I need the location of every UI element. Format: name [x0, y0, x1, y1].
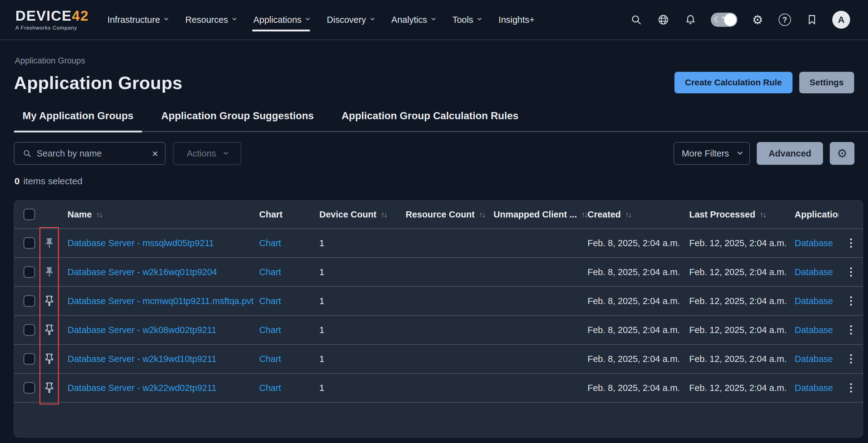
gear-icon: ⚙: [837, 147, 847, 160]
row-menu-kebab-icon[interactable]: [839, 296, 863, 306]
pin-icon[interactable]: [43, 323, 56, 337]
chart-link[interactable]: Chart: [259, 267, 281, 277]
application-link[interactable]: Database: [795, 238, 833, 248]
row-checkbox[interactable]: [24, 295, 35, 307]
application-group-name-link[interactable]: Database Server - w2k08wd02tp9211: [67, 325, 216, 335]
row-checkbox[interactable]: [24, 353, 35, 365]
device-count-value: 1: [319, 354, 406, 364]
tab-my-application-groups[interactable]: My Application Groups: [14, 110, 142, 132]
nav-item-infrastructure[interactable]: Infrastructure: [107, 0, 167, 39]
nav-item-analytics[interactable]: Analytics: [392, 0, 435, 39]
sort-icon[interactable]: ↑↓: [96, 210, 102, 219]
notifications-bell-icon[interactable]: [684, 13, 697, 27]
globe-language-icon[interactable]: [656, 13, 670, 27]
advanced-button[interactable]: Advanced: [757, 142, 823, 165]
chart-link[interactable]: Chart: [259, 354, 281, 364]
brand-name-white: DEVICE: [16, 8, 72, 24]
clear-search-icon[interactable]: ×: [152, 149, 158, 158]
created-value: Feb. 8, 2025, 2:04 a.m.: [588, 354, 689, 364]
row-checkbox[interactable]: [24, 324, 35, 336]
column-header-resource-count[interactable]: Resource Count↑↓: [406, 210, 494, 220]
chart-link[interactable]: Chart: [259, 296, 281, 306]
settings-button[interactable]: Settings: [799, 72, 854, 93]
sort-icon[interactable]: ↑↓: [381, 210, 386, 219]
column-header-application[interactable]: Application: [787, 210, 839, 220]
nav-item-applications[interactable]: Applications: [253, 0, 309, 39]
application-group-name-link[interactable]: Database Server - w2k16wq01tp9204: [67, 267, 217, 277]
page-header: Application Groups Create Calculation Ru…: [14, 72, 854, 93]
more-filters-dropdown[interactable]: More Filters: [674, 142, 750, 165]
breadcrumb[interactable]: Application Groups: [14, 56, 868, 66]
sort-icon[interactable]: ↑↓: [760, 210, 765, 219]
chart-link[interactable]: Chart: [259, 383, 281, 393]
row-menu-kebab-icon[interactable]: [839, 239, 863, 248]
application-group-name-link[interactable]: Database Server - w2k22wd02tp9211: [67, 383, 216, 393]
row-menu-kebab-icon[interactable]: [839, 354, 863, 363]
search-icon: [23, 149, 32, 158]
application-group-name-link[interactable]: Database Server - mssqlwd05tp9211: [67, 238, 214, 248]
row-checkbox[interactable]: [24, 237, 35, 249]
tab-application-group-suggestions[interactable]: Application Group Suggestions: [153, 110, 322, 132]
pin-icon[interactable]: [43, 265, 56, 279]
nav-item-tools[interactable]: Tools: [453, 0, 481, 39]
select-all-checkbox[interactable]: [24, 209, 35, 220]
sort-icon[interactable]: ↑↓: [625, 210, 631, 219]
filter-controls: More Filters Advanced ⚙: [674, 142, 855, 165]
table-toolbar: × Actions More Filters Advanced ⚙: [14, 142, 855, 165]
main-menu: Infrastructure Resources Applications Di…: [107, 0, 534, 39]
main-content: Application Groups Application Groups Cr…: [0, 56, 868, 438]
sort-icon[interactable]: ↑↓: [479, 210, 485, 219]
column-header-device-count[interactable]: Device Count↑↓: [319, 210, 406, 220]
row-menu-kebab-icon[interactable]: [839, 383, 863, 392]
column-header-created[interactable]: Created↑↓: [588, 210, 689, 220]
search-input[interactable]: [37, 149, 147, 159]
pin-icon[interactable]: [43, 352, 56, 366]
brand-logo[interactable]: DEVICE42 A Freshworks Company: [16, 8, 89, 31]
page-actions: Create Calculation Rule Settings: [675, 72, 854, 93]
pin-icon[interactable]: [43, 294, 56, 308]
nav-item-insights[interactable]: Insights+: [498, 0, 534, 39]
application-link[interactable]: Database: [795, 383, 833, 393]
application-group-name-link[interactable]: Database Server - w2k19wd10tp9211: [67, 354, 216, 364]
column-header-name[interactable]: Name↑↓: [59, 210, 259, 220]
pin-icon[interactable]: [43, 236, 56, 250]
device-count-value: 1: [319, 325, 406, 335]
help-icon[interactable]: ?: [778, 13, 792, 27]
sort-icon[interactable]: ↑↓: [581, 210, 587, 219]
created-value: Feb. 8, 2025, 2:04 a.m.: [588, 267, 689, 277]
bookmark-icon[interactable]: [805, 13, 819, 27]
row-checkbox[interactable]: [24, 382, 35, 394]
tab-application-group-calculation-rules[interactable]: Application Group Calculation Rules: [333, 110, 527, 132]
created-value: Feb. 8, 2025, 2:04 a.m.: [588, 238, 689, 248]
actions-dropdown[interactable]: Actions: [173, 142, 241, 165]
search-icon[interactable]: [629, 13, 643, 27]
application-link[interactable]: Database: [795, 296, 833, 306]
chevron-down-icon: [223, 150, 228, 155]
chart-link[interactable]: Chart: [259, 238, 281, 248]
column-header-unmapped-client[interactable]: Unmapped Client ...↑↓: [494, 210, 588, 220]
table-settings-button[interactable]: ⚙: [830, 142, 855, 165]
column-header-last-processed[interactable]: Last Processed↑↓: [689, 210, 787, 220]
chevron-down-icon: [232, 16, 237, 21]
row-checkbox[interactable]: [24, 266, 35, 278]
table-row: Database Server - w2k16wq01tp9204 Chart …: [14, 258, 863, 287]
device-count-value: 1: [319, 296, 406, 306]
create-calculation-rule-button[interactable]: Create Calculation Rule: [675, 72, 792, 93]
row-menu-kebab-icon[interactable]: [839, 267, 863, 277]
row-menu-kebab-icon[interactable]: [839, 325, 863, 335]
pin-icon[interactable]: [43, 381, 56, 394]
column-header-chart: Chart: [259, 210, 319, 220]
page-title: Application Groups: [14, 72, 183, 93]
application-group-name-link[interactable]: Database Server - mcmwq01tp9211.msftqa.p…: [67, 296, 254, 306]
user-avatar[interactable]: A: [832, 11, 850, 29]
application-link[interactable]: Database: [795, 325, 833, 335]
application-link[interactable]: Database: [795, 354, 833, 364]
settings-gear-icon[interactable]: ⚙: [751, 13, 765, 27]
nav-item-resources[interactable]: Resources: [185, 0, 236, 39]
chevron-down-icon: [737, 150, 743, 155]
application-link[interactable]: Database: [795, 267, 833, 277]
chart-link[interactable]: Chart: [259, 325, 281, 335]
last-processed-value: Feb. 12, 2025, 2:04 a.m.: [689, 238, 787, 248]
theme-toggle[interactable]: ☾ ✦: [711, 12, 737, 27]
nav-item-discovery[interactable]: Discovery: [327, 0, 373, 39]
